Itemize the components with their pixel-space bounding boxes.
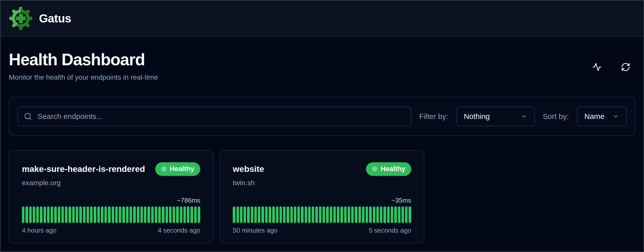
history-bar — [355, 206, 357, 223]
status-badge: Healthy — [366, 162, 411, 176]
sort-select-value: Name — [584, 112, 605, 121]
history-bar — [40, 206, 42, 223]
response-time-label: ~786ms — [22, 197, 200, 204]
history-bar — [162, 206, 164, 223]
history-bar — [305, 206, 307, 223]
history-bar — [276, 206, 278, 223]
endpoint-card[interactable]: website Healthy twin.sh ~35ms 50 minutes… — [220, 150, 424, 243]
endpoint-host: twin.sh — [233, 179, 411, 187]
history-bar — [326, 206, 329, 223]
title-row: Health Dashboard Monitor the health of y… — [9, 50, 635, 81]
gatus-gear-logo-icon — [9, 6, 33, 30]
history-bar — [233, 206, 235, 223]
endpoint-card[interactable]: make-sure-header-is-rendered Healthy exa… — [9, 150, 213, 243]
history-bar — [104, 206, 107, 223]
history-bar — [380, 206, 382, 223]
status-badge: Healthy — [155, 162, 200, 176]
history-bar — [22, 206, 24, 223]
history-bar — [319, 206, 321, 223]
history-bar — [369, 206, 372, 223]
history-bar — [101, 206, 103, 223]
endpoint-card-head: make-sure-header-is-rendered Healthy — [22, 162, 200, 176]
history-bar — [312, 206, 314, 223]
history-bar — [330, 206, 332, 223]
history-bar — [169, 206, 172, 223]
history-bar — [366, 206, 368, 223]
title-block: Health Dashboard Monitor the health of y… — [9, 50, 158, 81]
gatus-dashboard-screen: Gatus Health Dashboard Monitor the healt… — [0, 0, 644, 252]
newest-result-timestamp: 5 seconds ago — [369, 227, 411, 234]
filter-by-label: Filter by: — [419, 112, 448, 121]
endpoint-name: make-sure-header-is-rendered — [22, 164, 145, 174]
response-history-bars — [233, 206, 411, 223]
history-bar — [279, 206, 282, 223]
endpoint-name: website — [233, 164, 264, 174]
history-bar — [97, 206, 100, 223]
history-bar — [283, 206, 286, 223]
history-bar — [29, 206, 32, 223]
history-bar — [166, 206, 168, 223]
history-bar — [190, 206, 193, 223]
history-bar — [180, 206, 182, 223]
history-bar — [315, 206, 318, 223]
history-bar — [87, 206, 89, 223]
history-bar — [194, 206, 197, 223]
history-bar — [333, 206, 336, 223]
history-bar — [265, 206, 268, 223]
history-bar — [344, 206, 347, 223]
history-bar — [323, 206, 325, 223]
endpoints-grid: make-sure-header-is-rendered Healthy exa… — [9, 150, 635, 243]
endpoint-card-head: website Healthy — [233, 162, 411, 176]
history-bar — [83, 206, 86, 223]
history-bar — [287, 206, 289, 223]
history-bar — [198, 206, 200, 223]
history-bar — [54, 206, 57, 223]
endpoint-card-footer: 4 hours ago 4 seconds ago — [22, 227, 200, 234]
history-bar — [251, 206, 253, 223]
history-bar — [401, 206, 404, 223]
history-bar — [301, 206, 303, 223]
history-bar — [33, 206, 35, 223]
response-time-label: ~35ms — [233, 197, 411, 204]
page-subtitle: Monitor the health of your endpoints in … — [9, 73, 158, 81]
history-bar — [68, 206, 71, 223]
history-bar — [137, 206, 139, 223]
history-bar — [308, 206, 311, 223]
history-bar — [119, 206, 121, 223]
history-bar — [133, 206, 136, 223]
history-bar — [147, 206, 150, 223]
oldest-result-timestamp: 4 hours ago — [22, 227, 56, 234]
sort-select[interactable]: Name — [577, 107, 627, 126]
app-name: Gatus — [39, 12, 71, 25]
sort-by-label: Sort by: — [543, 112, 569, 121]
history-bar — [36, 206, 39, 223]
history-bar — [72, 206, 75, 223]
history-bar — [290, 206, 293, 223]
app-header: Gatus — [1, 1, 643, 37]
history-bar — [90, 206, 93, 223]
history-bar — [183, 206, 186, 223]
search-icon — [24, 112, 32, 120]
refresh-icon[interactable] — [621, 62, 631, 72]
chevron-down-icon — [613, 113, 619, 120]
history-bar — [187, 206, 189, 223]
history-bar — [387, 206, 390, 223]
response-history-bars — [22, 206, 200, 223]
main-content: Health Dashboard Monitor the health of y… — [1, 50, 643, 243]
history-bar — [51, 206, 53, 223]
history-bar — [244, 206, 246, 223]
history-bar — [65, 206, 67, 223]
status-dot-icon — [161, 166, 167, 172]
history-bar — [391, 206, 393, 223]
search-box[interactable] — [17, 107, 411, 126]
filter-select[interactable]: Nothing — [456, 107, 535, 126]
history-bar — [236, 206, 239, 223]
search-input[interactable] — [37, 112, 405, 121]
activity-icon[interactable] — [592, 62, 602, 72]
history-bar — [398, 206, 400, 223]
history-bar — [261, 206, 264, 223]
page-title: Health Dashboard — [9, 50, 158, 69]
history-bar — [47, 206, 50, 223]
history-bar — [373, 206, 375, 223]
history-bar — [337, 206, 339, 223]
